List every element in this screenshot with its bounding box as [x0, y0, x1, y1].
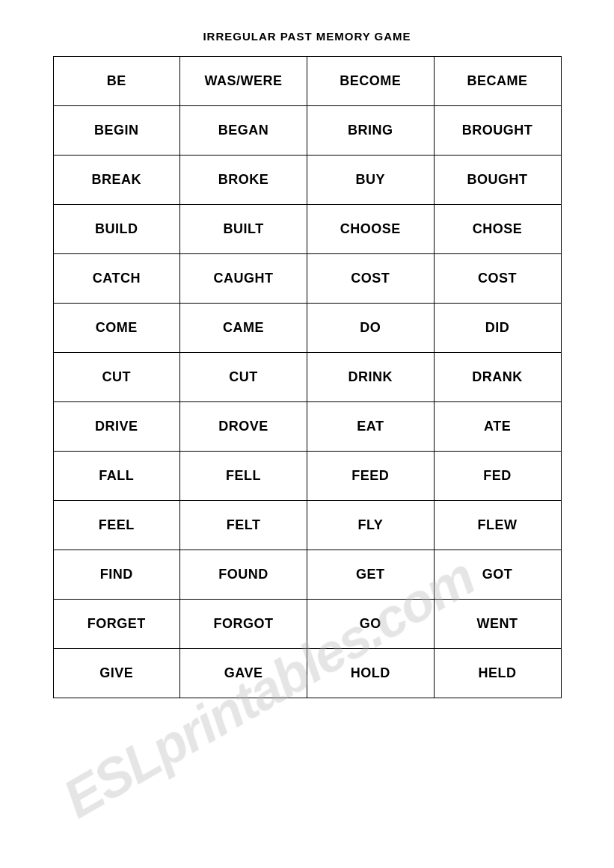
table-row: FINDFOUNDGETGOT: [53, 550, 561, 600]
table-cell: CUT: [180, 353, 307, 402]
table-row: FEELFELTFLYFLEW: [53, 501, 561, 550]
table-cell: GO: [307, 600, 434, 649]
table-cell: BUILT: [180, 205, 307, 254]
table-cell: HOLD: [307, 649, 434, 698]
table-cell: CAME: [180, 304, 307, 353]
table-cell: COME: [53, 304, 180, 353]
table-cell: GIVE: [53, 649, 180, 698]
table-cell: BEGIN: [53, 106, 180, 156]
table-cell: EAT: [307, 402, 434, 452]
table-row: CUTCUTDRINKDRANK: [53, 353, 561, 402]
table-cell: FELL: [180, 452, 307, 501]
table-cell: BUILD: [53, 205, 180, 254]
table-row: BEGINBEGANBRINGBROUGHT: [53, 106, 561, 156]
table-cell: ATE: [434, 402, 561, 452]
table-row: BUILDBUILTCHOOSECHOSE: [53, 205, 561, 254]
table-row: DRIVEDROVEEATATE: [53, 402, 561, 452]
table-row: BREAKBROKEBUYBOUGHT: [53, 156, 561, 205]
table-cell: GAVE: [180, 649, 307, 698]
table-cell: DRANK: [434, 353, 561, 402]
table-cell: CATCH: [53, 254, 180, 304]
table-row: FALLFELLFEEDFED: [53, 452, 561, 501]
table-row: BEWAS/WEREBECOMEBECAME: [53, 57, 561, 106]
table-cell: FEED: [307, 452, 434, 501]
table-cell: DROVE: [180, 402, 307, 452]
table-row: CATCHCAUGHTCOSTCOST: [53, 254, 561, 304]
table-cell: FEEL: [53, 501, 180, 550]
table-cell: BECOME: [307, 57, 434, 106]
table-cell: BEGAN: [180, 106, 307, 156]
table-row: COMECAMEDODID: [53, 304, 561, 353]
table-cell: BUY: [307, 156, 434, 205]
table-cell: BRING: [307, 106, 434, 156]
table-cell: FIND: [53, 550, 180, 600]
table-cell: GET: [307, 550, 434, 600]
table-cell: BREAK: [53, 156, 180, 205]
table-cell: BECAME: [434, 57, 561, 106]
table-row: GIVEGAVEHOLDHELD: [53, 649, 561, 698]
table-cell: FORGET: [53, 600, 180, 649]
table-cell: FOUND: [180, 550, 307, 600]
table-cell: WENT: [434, 600, 561, 649]
table-cell: BOUGHT: [434, 156, 561, 205]
table-cell: FED: [434, 452, 561, 501]
page-title: IRREGULAR PAST MEMORY GAME: [203, 30, 411, 43]
table-cell: HELD: [434, 649, 561, 698]
table-cell: CUT: [53, 353, 180, 402]
irregular-verbs-table: BEWAS/WEREBECOMEBECAMEBEGINBEGANBRINGBRO…: [53, 56, 562, 698]
table-cell: BROUGHT: [434, 106, 561, 156]
table-cell: FORGOT: [180, 600, 307, 649]
table-cell: BROKE: [180, 156, 307, 205]
table-cell: GOT: [434, 550, 561, 600]
table-cell: CAUGHT: [180, 254, 307, 304]
table-cell: COST: [307, 254, 434, 304]
table-cell: DID: [434, 304, 561, 353]
table-cell: DRINK: [307, 353, 434, 402]
table-cell: FLY: [307, 501, 434, 550]
table-cell: FELT: [180, 501, 307, 550]
table-cell: CHOSE: [434, 205, 561, 254]
table-cell: CHOOSE: [307, 205, 434, 254]
table-cell: FALL: [53, 452, 180, 501]
table-cell: FLEW: [434, 501, 561, 550]
table-cell: COST: [434, 254, 561, 304]
table-cell: WAS/WERE: [180, 57, 307, 106]
table-cell: DRIVE: [53, 402, 180, 452]
table-row: FORGETFORGOTGOWENT: [53, 600, 561, 649]
table-cell: BE: [53, 57, 180, 106]
table-cell: DO: [307, 304, 434, 353]
